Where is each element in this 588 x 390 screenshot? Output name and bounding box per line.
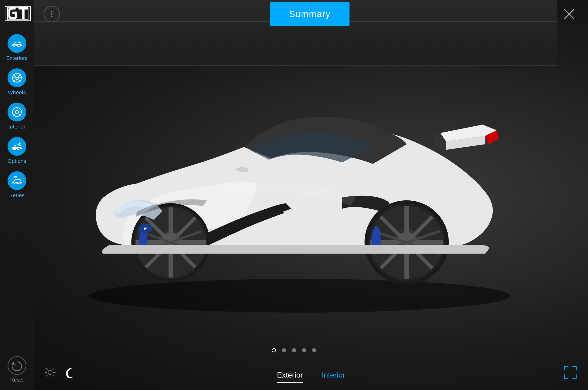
carousel-dot-3[interactable]	[292, 348, 296, 352]
car-side-icon	[12, 38, 22, 49]
svg-point-55	[18, 183, 19, 184]
carousel-dots	[272, 348, 316, 352]
svg-point-31	[18, 46, 19, 47]
view-tabs: Exterior Interior	[277, 371, 345, 383]
sidebar: Exteriors Wheels	[0, 0, 34, 390]
carousel-dot-5[interactable]	[312, 348, 316, 352]
steering-wheel-icon	[12, 107, 22, 117]
reset-icon	[12, 360, 22, 371]
close-button[interactable]	[560, 5, 579, 23]
summary-button[interactable]: Summary	[270, 2, 350, 26]
series-label: Series	[9, 193, 24, 198]
car-svg: F	[47, 35, 553, 343]
logo-area	[0, 0, 34, 27]
svg-text:F: F	[144, 226, 147, 231]
tab-exterior[interactable]: Exterior	[277, 371, 303, 383]
bottom-nav: Exterior Interior	[34, 355, 588, 390]
fullscreen-icon	[563, 365, 577, 379]
sun-button[interactable]	[44, 366, 57, 379]
sidebar-item-interior[interactable]: Interior	[7, 103, 26, 130]
sidebar-item-exteriors[interactable]: Exteriors	[6, 34, 28, 61]
reset-label: Reset	[10, 377, 23, 383]
svg-line-70	[53, 369, 54, 370]
sidebar-item-options[interactable]: Options	[7, 137, 26, 164]
carousel-dot-4[interactable]	[302, 348, 306, 352]
top-header: Summary	[34, 0, 588, 28]
sidebar-item-wheels[interactable]: Wheels	[7, 68, 26, 96]
interior-circle	[7, 103, 26, 121]
moon-icon	[64, 367, 76, 378]
wheels-circle	[7, 68, 26, 87]
sun-icon	[45, 367, 56, 378]
svg-line-68	[46, 369, 48, 370]
interior-label: Interior	[8, 124, 25, 130]
wheels-label: Wheels	[8, 90, 26, 96]
carousel-dot-2[interactable]	[282, 348, 286, 352]
tab-interior[interactable]: Interior	[322, 371, 345, 383]
svg-point-49	[18, 149, 19, 150]
svg-point-30	[14, 46, 15, 47]
nav-items: Exteriors Wheels	[6, 27, 28, 349]
reset-circle	[7, 356, 26, 375]
menu-button[interactable]	[44, 6, 60, 22]
options-label: Options	[7, 158, 26, 164]
fullscreen-button[interactable]	[562, 364, 579, 381]
svg-line-71	[46, 375, 48, 376]
car-background: F	[0, 0, 588, 390]
options-icon	[12, 141, 22, 151]
reset-item[interactable]: Reset	[7, 356, 26, 383]
carousel-dot-1[interactable]	[272, 348, 276, 352]
series-icon	[12, 176, 22, 186]
light-controls	[44, 366, 76, 379]
svg-point-44	[15, 110, 19, 114]
close-icon	[563, 8, 575, 20]
svg-point-0	[89, 279, 511, 312]
gt-logo-svg	[7, 7, 28, 20]
sidebar-bottom: Reset	[0, 349, 34, 390]
exteriors-circle	[7, 34, 26, 53]
exteriors-label: Exteriors	[6, 55, 28, 61]
svg-point-59	[51, 13, 53, 15]
moon-button[interactable]	[63, 366, 76, 379]
svg-point-58	[51, 11, 53, 12]
series-circle	[7, 171, 26, 190]
dots-vertical-icon	[48, 11, 55, 18]
svg-point-60	[51, 16, 53, 17]
options-circle	[7, 137, 26, 156]
svg-point-54	[14, 183, 15, 184]
car-display-area: F	[47, 35, 553, 343]
svg-point-63	[48, 370, 52, 375]
svg-point-34	[16, 77, 18, 78]
svg-line-69	[53, 375, 54, 376]
sidebar-item-series[interactable]: Series	[7, 171, 26, 198]
wheel-icon	[12, 73, 22, 83]
gt-logo	[5, 6, 31, 21]
